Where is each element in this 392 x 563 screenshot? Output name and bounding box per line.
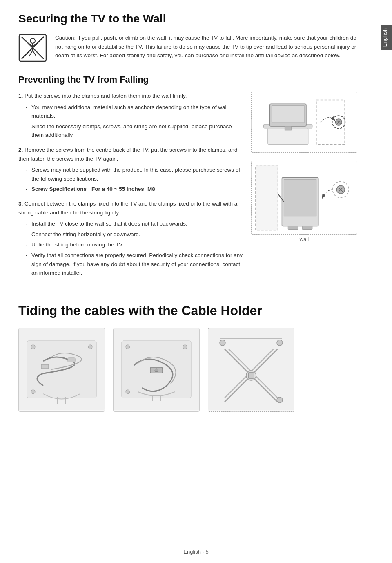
sub-list-item: Screw Specifications : For a 40 ~ 55 inc…: [26, 185, 243, 194]
list-item: 2. Remove the screws from the centre bac…: [18, 145, 243, 194]
svg-point-57: [277, 397, 283, 403]
cable-holder-svg-2: [114, 328, 199, 410]
section2-heading: Tiding the cables with the Cable Holder: [18, 303, 361, 318]
cable-image-2: [113, 328, 200, 412]
svg-rect-35: [68, 358, 75, 362]
list-item: 1. Put the screws into the clamps and fa…: [18, 92, 243, 140]
svg-rect-19: [256, 165, 278, 230]
page-title: Securing the TV to the Wall: [18, 12, 361, 25]
svg-point-42: [126, 390, 130, 394]
cable-images-row: [18, 328, 361, 412]
tv-wall-illustration-top: [251, 92, 357, 153]
sub-list-item: Since the necessary clamps, screws, and …: [26, 122, 243, 140]
sub-list-item: Verify that all connections are properly…: [26, 251, 243, 277]
svg-rect-34: [41, 364, 49, 369]
sub-list-item: You may need additional material such as…: [26, 103, 243, 121]
instructions-col: 1. Put the screws into the clamps and fa…: [18, 92, 243, 283]
page-footer: English - 5: [0, 549, 392, 555]
cable-image-1: [18, 328, 105, 412]
sub-list: Screws may not be supplied with the prod…: [26, 165, 243, 194]
tv-standing-svg: [252, 161, 357, 235]
wall-label: wall: [251, 236, 357, 242]
section1-heading: Preventing the TV from Falling: [18, 74, 361, 85]
section-divider: [18, 293, 361, 293]
instructions-illustrations: 1. Put the screws into the clamps and fa…: [18, 92, 361, 283]
svg-rect-23: [302, 226, 312, 229]
svg-rect-30: [27, 341, 96, 398]
svg-rect-13: [285, 126, 291, 130]
page-container: English Securing the TV to the Wall: [0, 0, 392, 563]
svg-point-31: [31, 345, 35, 349]
sub-list: You may need additional material such as…: [26, 103, 243, 140]
svg-rect-12: [272, 105, 304, 123]
caution-text: Caution: If you pull, push, or climb on …: [55, 34, 361, 60]
sub-list-item: Connect the string horizontally or downw…: [26, 230, 243, 239]
footer-text: English - 5: [183, 549, 208, 555]
svg-point-41: [183, 345, 187, 349]
cable-holder-svg-3: [208, 328, 294, 410]
svg-point-40: [126, 345, 130, 349]
main-content: Securing the TV to the Wall: [0, 0, 392, 436]
tv-screw-svg: [252, 92, 357, 153]
illustrations-col: wall: [247, 92, 361, 242]
svg-point-48: [220, 340, 225, 346]
sub-list-item: Install the TV close to the wall so that…: [26, 219, 243, 228]
sub-list: Install the TV close to the wall so that…: [26, 219, 243, 277]
svg-point-32: [88, 345, 92, 349]
sub-list-item: Screws may not be supplied with the prod…: [26, 165, 243, 183]
svg-rect-10: [268, 128, 308, 145]
cable-image-3: [208, 328, 294, 412]
caution-icon: [18, 34, 47, 62]
cable-holder-svg-1: [19, 328, 105, 410]
svg-rect-21: [284, 179, 316, 216]
sidebar-language-label: English: [381, 25, 392, 50]
svg-rect-22: [288, 226, 298, 229]
tv-wall-illustration-bottom: [251, 161, 357, 235]
svg-rect-55: [248, 373, 254, 378]
svg-point-49: [277, 340, 283, 346]
svg-point-44: [155, 369, 158, 372]
tv-wall-illustration-bottom-wrapper: wall: [251, 161, 357, 242]
list-item: 3. Connect between the clamps fixed into…: [18, 199, 243, 277]
numbered-list: 1. Put the screws into the clamps and fa…: [18, 92, 243, 277]
caution-section: Caution: If you pull, push, or climb on …: [18, 34, 361, 62]
svg-point-1: [30, 38, 35, 43]
sub-list-item: Untie the string before moving the TV.: [26, 240, 243, 249]
svg-point-33: [31, 390, 35, 394]
